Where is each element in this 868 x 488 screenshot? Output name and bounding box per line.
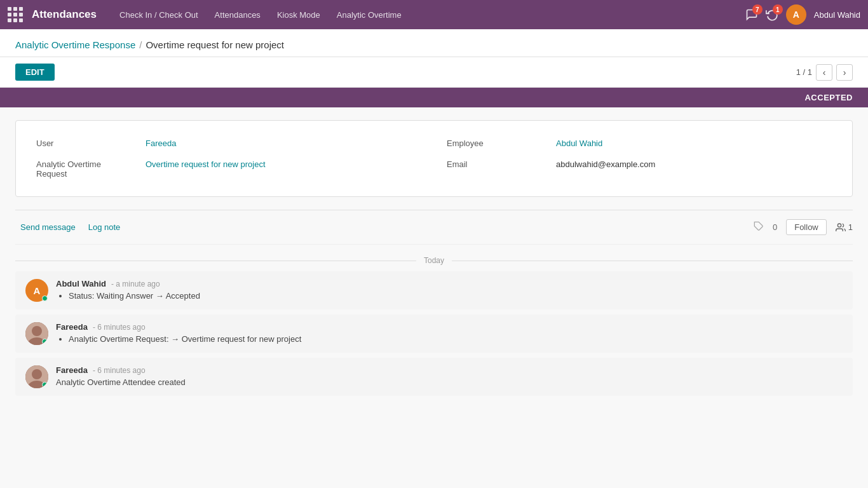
user-value[interactable]: Fareeda bbox=[146, 139, 176, 148]
chatter-action-btns: Send message Log note bbox=[15, 220, 754, 234]
edit-button[interactable]: EDIT bbox=[15, 64, 55, 81]
message-3: Fareeda - 6 minutes ago Analytic Overtim… bbox=[15, 358, 853, 396]
msg1-header: Abdul Wahid - a minute ago bbox=[56, 279, 843, 288]
form-grid: User Fareeda Analytic Overtime Request O… bbox=[36, 139, 832, 179]
form-card: User Fareeda Analytic Overtime Request O… bbox=[15, 120, 853, 197]
prev-button[interactable]: ‹ bbox=[816, 64, 832, 81]
user-field-row: User Fareeda bbox=[36, 139, 421, 148]
nav-checkin[interactable]: Check In / Check Out bbox=[112, 6, 206, 24]
email-value: abdulwahid@example.com bbox=[556, 159, 655, 169]
employee-value[interactable]: Abdul Wahid bbox=[556, 139, 602, 148]
chatter-actions: Send message Log note 0 Follow 1 bbox=[15, 210, 853, 245]
status-label: ACCEPTED bbox=[804, 93, 853, 102]
svg-point-1 bbox=[837, 224, 841, 227]
pagination-text: 1 / 1 bbox=[796, 67, 812, 77]
analytic-field-row: Analytic Overtime Request Overtime reque… bbox=[36, 159, 421, 179]
followers-badge[interactable]: 1 bbox=[836, 222, 853, 233]
msg3-author: Fareeda bbox=[56, 365, 88, 375]
chatter-messages: Today A Abdul Wahid - a minute ago Statu… bbox=[15, 245, 853, 414]
log-note-button[interactable]: Log note bbox=[83, 220, 126, 234]
breadcrumb-separator: / bbox=[139, 39, 142, 50]
breadcrumb-bar: Analytic Overtime Response / Overtime re… bbox=[0, 29, 868, 57]
employee-label: Employee bbox=[447, 139, 548, 148]
msg2-body: Fareeda - 6 minutes ago Analytic Overtim… bbox=[56, 322, 843, 345]
nav-analytic[interactable]: Analytic Overtime bbox=[329, 6, 409, 24]
form-right: Employee Abdul Wahid Email abdulwahid@ex… bbox=[447, 139, 832, 179]
apps-menu[interactable] bbox=[8, 7, 23, 22]
topbar: Attendances Check In / Check Out Attenda… bbox=[0, 0, 868, 29]
msg2-author: Fareeda bbox=[56, 322, 88, 332]
chatter-meta: 0 Follow 1 bbox=[754, 219, 853, 235]
user-avatar[interactable]: A bbox=[786, 4, 806, 25]
breadcrumb: Analytic Overtime Response / Overtime re… bbox=[15, 39, 284, 50]
msg3-header: Fareeda - 6 minutes ago bbox=[56, 365, 843, 375]
msg2-time: - 6 minutes ago bbox=[93, 323, 146, 332]
today-divider: Today bbox=[15, 245, 853, 271]
status-ribbon: ACCEPTED bbox=[0, 88, 868, 107]
msg3-content: Analytic Overtime Attendee created bbox=[56, 377, 843, 387]
nav-kiosk[interactable]: Kiosk Mode bbox=[269, 6, 328, 24]
msg1-body: Abdul Wahid - a minute ago Status: Waiti… bbox=[56, 279, 843, 302]
msg1-author: Abdul Wahid bbox=[56, 279, 106, 288]
user-label: User bbox=[36, 139, 138, 148]
breadcrumb-current: Overtime request for new project bbox=[146, 39, 284, 50]
msg1-content: Status: Waiting Answer → Accepted bbox=[56, 291, 843, 301]
messages-badge: 7 bbox=[752, 4, 763, 15]
msg3-time: - 6 minutes ago bbox=[93, 366, 146, 375]
svg-point-6 bbox=[32, 369, 42, 379]
top-nav: Check In / Check Out Attendances Kiosk M… bbox=[112, 6, 743, 24]
action-bar: EDIT 1 / 1 ‹ › bbox=[0, 57, 868, 88]
msg2-content: Analytic Overtime Request: → Overtime re… bbox=[56, 334, 843, 344]
message-1: A Abdul Wahid - a minute ago Status: Wai… bbox=[15, 271, 853, 309]
msg1-item-0: Status: Waiting Answer → Accepted bbox=[69, 291, 843, 301]
next-button[interactable]: › bbox=[836, 64, 853, 81]
msg2-online-dot bbox=[42, 339, 48, 344]
today-label: Today bbox=[424, 256, 444, 265]
nav-attendances[interactable]: Attendances bbox=[207, 6, 268, 24]
tag-icon bbox=[754, 221, 764, 233]
user-name[interactable]: Abdul Wahid bbox=[814, 10, 860, 20]
send-message-button[interactable]: Send message bbox=[15, 220, 81, 234]
msg2-avatar bbox=[25, 322, 48, 345]
breadcrumb-parent[interactable]: Analytic Overtime Response bbox=[15, 39, 135, 50]
updates-icon[interactable]: 1 bbox=[766, 8, 778, 21]
topbar-right: 7 1 A Abdul Wahid bbox=[745, 4, 860, 25]
msg2-item-0: Analytic Overtime Request: → Overtime re… bbox=[69, 334, 843, 344]
updates-badge: 1 bbox=[773, 4, 783, 15]
analytic-value[interactable]: Overtime request for new project bbox=[146, 159, 266, 169]
msg3-body: Fareeda - 6 minutes ago Analytic Overtim… bbox=[56, 365, 843, 388]
msg2-header: Fareeda - 6 minutes ago bbox=[56, 322, 843, 332]
msg1-time: - a minute ago bbox=[111, 280, 160, 288]
brand-title: Attendances bbox=[32, 8, 97, 21]
msg3-online-dot bbox=[42, 382, 48, 388]
email-label: Email bbox=[447, 159, 548, 169]
follow-button[interactable]: Follow bbox=[786, 219, 827, 235]
email-field-row: Email abdulwahid@example.com bbox=[447, 159, 832, 169]
message-2: Fareeda - 6 minutes ago Analytic Overtim… bbox=[15, 315, 853, 353]
chatter-section: Send message Log note 0 Follow 1 bbox=[15, 210, 853, 414]
followers-count: 1 bbox=[848, 222, 853, 232]
msg1-avatar: A bbox=[25, 279, 48, 302]
messages-icon[interactable]: 7 bbox=[745, 8, 758, 21]
svg-point-3 bbox=[32, 326, 42, 336]
analytic-label: Analytic Overtime Request bbox=[36, 159, 138, 179]
tag-count: 0 bbox=[773, 222, 777, 232]
form-left: User Fareeda Analytic Overtime Request O… bbox=[36, 139, 421, 179]
msg3-avatar bbox=[25, 365, 48, 388]
msg3-plain-text: Analytic Overtime Attendee created bbox=[56, 377, 186, 387]
msg1-online-dot bbox=[42, 295, 48, 301]
pagination: 1 / 1 ‹ › bbox=[796, 64, 853, 81]
employee-field-row: Employee Abdul Wahid bbox=[447, 139, 832, 148]
